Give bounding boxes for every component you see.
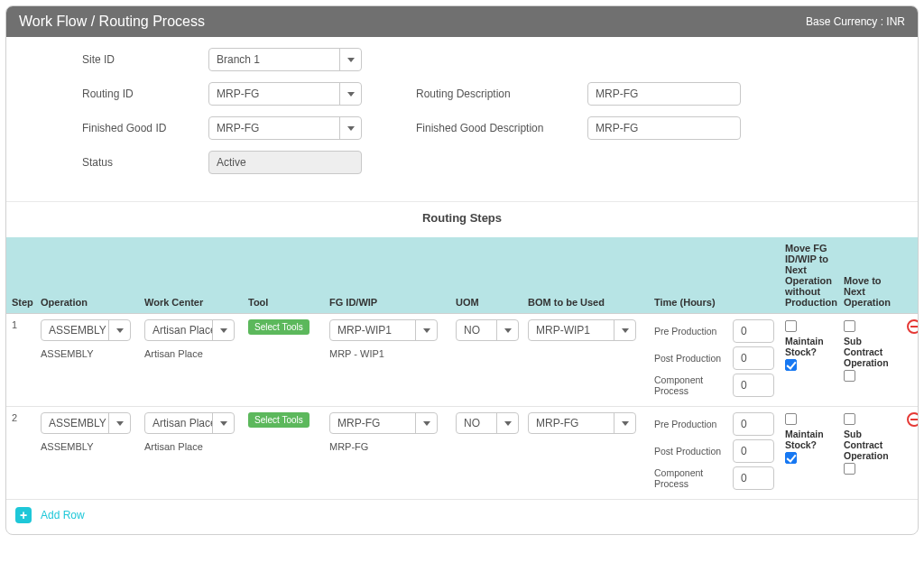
- fg-desc-input[interactable]: [587, 116, 741, 140]
- table-footer: + Add Row: [6, 500, 918, 534]
- chevron-down-icon[interactable]: [108, 320, 130, 340]
- label-maintain-stock: Maintain Stock?: [785, 429, 833, 450]
- site-id-value: Branch 1: [209, 53, 339, 66]
- fgwip-dropdown[interactable]: MRP-WIP1: [329, 319, 438, 341]
- add-row-button[interactable]: +: [15, 507, 32, 523]
- checkbox[interactable]: [844, 463, 855, 475]
- comp-input[interactable]: [733, 374, 774, 397]
- base-currency-label: Base Currency : INR: [806, 15, 905, 28]
- col-fg-wip: FG ID/WIP: [324, 237, 450, 314]
- bom-dropdown[interactable]: MRP-FG: [528, 412, 636, 434]
- routing-desc-input[interactable]: [587, 82, 741, 106]
- routing-panel: Work Flow / Routing Process Base Currenc…: [5, 5, 919, 535]
- operation-dropdown[interactable]: ASSEMBLY: [41, 319, 131, 341]
- chevron-down-icon[interactable]: [415, 320, 437, 340]
- label-comp: Component Process: [654, 374, 727, 396]
- post-input[interactable]: [733, 439, 774, 463]
- bom-dropdown[interactable]: MRP-WIP1: [528, 319, 636, 341]
- label-fg-id: Finished Good ID: [82, 122, 208, 134]
- operation-dropdown[interactable]: ASSEMBLY: [41, 412, 131, 434]
- chevron-down-icon[interactable]: [212, 320, 234, 340]
- post-input[interactable]: [733, 346, 774, 370]
- chevron-down-icon[interactable]: [108, 413, 130, 433]
- remove-row-icon[interactable]: [907, 319, 919, 334]
- label-sub-contract: Sub Contract Operation: [844, 429, 896, 461]
- select-tools-button[interactable]: Select Tools: [248, 319, 310, 335]
- step-number: 2: [6, 407, 35, 500]
- checkbox[interactable]: [785, 452, 797, 464]
- table-row: 1ASSEMBLYASSEMBLYArtisan PlaceArtisan Pl…: [6, 314, 919, 407]
- label-routing-desc: Routing Description: [416, 88, 587, 100]
- chevron-down-icon[interactable]: [614, 413, 635, 433]
- chevron-down-icon[interactable]: [339, 117, 361, 139]
- operation-text: ASSEMBLY: [41, 348, 134, 359]
- chevron-down-icon[interactable]: [339, 49, 361, 70]
- checkbox[interactable]: [844, 370, 855, 382]
- label-post: Post Production: [654, 446, 727, 457]
- page-title: Work Flow / Routing Process: [19, 14, 205, 30]
- col-bom: BOM to be Used: [522, 237, 649, 314]
- label-sub-contract: Sub Contract Operation: [844, 336, 896, 368]
- workcenter-dropdown[interactable]: Artisan Place: [144, 412, 235, 434]
- workcenter-text: Artisan Place: [144, 441, 237, 452]
- checkbox[interactable]: [785, 359, 797, 371]
- checkbox[interactable]: [844, 413, 855, 425]
- status-field: Active: [208, 151, 362, 174]
- fgwip-text: MRP-FG: [329, 441, 445, 452]
- fgwip-text: MRP - WIP1: [329, 348, 445, 359]
- step-number: 1: [6, 314, 35, 407]
- label-pre: Pre Production: [654, 326, 727, 337]
- checkbox[interactable]: [785, 320, 797, 332]
- col-move-next: Move to Next Operation: [838, 237, 901, 314]
- col-time: Time (Hours): [649, 237, 780, 314]
- col-move-noprod: Move FG ID/WIP to Next Operation without…: [780, 237, 838, 314]
- routing-steps-table: Step Operation Work Center Tool FG ID/WI…: [6, 237, 919, 500]
- status-value: Active: [209, 156, 361, 169]
- checkbox[interactable]: [844, 320, 855, 332]
- comp-input[interactable]: [733, 466, 774, 490]
- chevron-down-icon[interactable]: [614, 320, 635, 340]
- routing-id-dropdown[interactable]: MRP-FG: [208, 82, 362, 106]
- pre-input[interactable]: [733, 319, 774, 343]
- col-tool: Tool: [243, 237, 324, 314]
- label-post: Post Production: [654, 353, 727, 364]
- routing-steps-title: Routing Steps: [6, 202, 918, 237]
- label-site-id: Site ID: [82, 53, 208, 66]
- fg-id-dropdown[interactable]: MRP-FG: [208, 116, 362, 140]
- fgwip-dropdown[interactable]: MRP-FG: [329, 412, 438, 434]
- label-routing-id: Routing ID: [82, 88, 208, 100]
- chevron-down-icon[interactable]: [496, 413, 518, 433]
- col-operation: Operation: [35, 237, 139, 314]
- workcenter-text: Artisan Place: [144, 348, 237, 359]
- pre-input[interactable]: [733, 412, 774, 436]
- label-status: Status: [82, 156, 208, 169]
- workcenter-dropdown[interactable]: Artisan Place: [144, 319, 235, 341]
- label-pre: Pre Production: [654, 419, 727, 429]
- col-step: Step: [6, 237, 35, 314]
- chevron-down-icon[interactable]: [496, 320, 518, 340]
- remove-row-icon[interactable]: [907, 412, 919, 427]
- label-fg-desc: Finished Good Description: [416, 122, 587, 134]
- col-uom: UOM: [450, 237, 522, 314]
- label-maintain-stock: Maintain Stock?: [785, 336, 833, 357]
- site-id-dropdown[interactable]: Branch 1: [208, 48, 362, 71]
- add-row-link[interactable]: Add Row: [41, 509, 85, 521]
- select-tools-button[interactable]: Select Tools: [248, 412, 310, 428]
- chevron-down-icon[interactable]: [339, 83, 361, 105]
- fg-id-value: MRP-FG: [209, 122, 339, 134]
- uom-dropdown[interactable]: NO: [456, 412, 519, 434]
- form-area: Site ID Branch 1 Routing ID MRP-FG Routi…: [6, 37, 918, 202]
- chevron-down-icon[interactable]: [212, 413, 234, 433]
- label-comp: Component Process: [654, 467, 727, 489]
- routing-id-value: MRP-FG: [209, 88, 339, 100]
- operation-text: ASSEMBLY: [41, 441, 134, 452]
- checkbox[interactable]: [785, 413, 797, 425]
- uom-dropdown[interactable]: NO: [456, 319, 519, 341]
- table-row: 2ASSEMBLYASSEMBLYArtisan PlaceArtisan Pl…: [6, 407, 919, 500]
- panel-header: Work Flow / Routing Process Base Currenc…: [6, 6, 918, 37]
- col-work-center: Work Center: [139, 237, 243, 314]
- chevron-down-icon[interactable]: [415, 413, 437, 433]
